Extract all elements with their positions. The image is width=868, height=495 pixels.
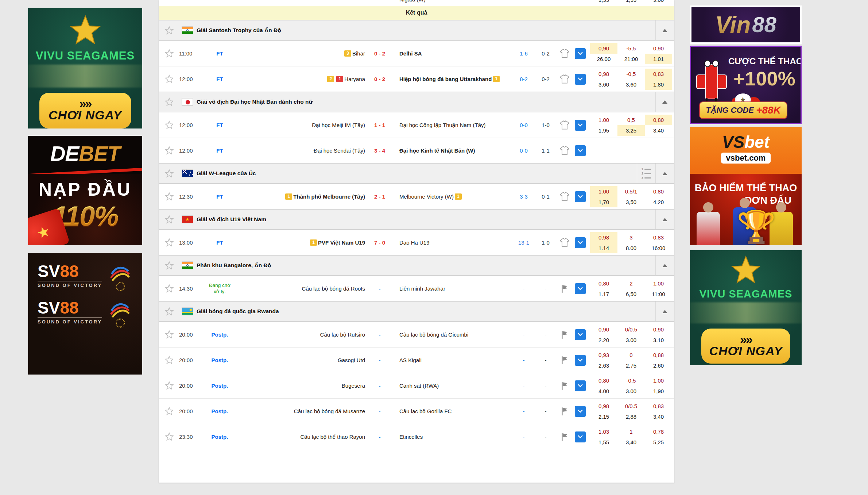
home-team[interactable]: Bugesera <box>234 382 365 390</box>
away-team[interactable]: Câu lạc bộ Gorilla FC <box>394 408 513 415</box>
favorite-star-button[interactable] <box>159 120 179 130</box>
odds-cell[interactable]: 3.00 <box>617 386 645 396</box>
odds-cell[interactable]: 0/0.5 <box>617 401 645 411</box>
jersey-icon[interactable] <box>557 192 572 202</box>
favorite-star-button[interactable] <box>159 261 179 270</box>
odds-dropdown-button[interactable] <box>575 120 586 131</box>
odds-dropdown-button[interactable] <box>575 48 586 59</box>
odds-cell[interactable]: 0,90 <box>645 43 672 54</box>
odds-cell[interactable]: 1.14 <box>590 243 617 253</box>
home-team[interactable]: 1Thành phố Melbourne (Tây) <box>234 193 365 200</box>
away-team[interactable]: Đại học Công lập Thuận Nam (Tây) <box>394 122 513 129</box>
away-team[interactable]: Delhi SA <box>394 50 513 57</box>
away-team[interactable]: Liên minh Jawahar <box>394 285 513 292</box>
match-row[interactable]: 20:00Postp.Câu lạc bộ bóng đá Musanze-Câ… <box>159 398 674 424</box>
odds-cell[interactable]: 0 <box>617 350 645 360</box>
odds-cell[interactable]: 3.00 <box>617 335 645 345</box>
ad-banner-vivu-seagames[interactable]: VIVU SEAGAMES »» CHƠI NGAY <box>690 250 802 365</box>
odds-cell[interactable]: -5,5 <box>617 43 645 54</box>
favorite-star-button[interactable] <box>159 49 179 58</box>
odds-cell[interactable]: 3,40 <box>645 411 672 422</box>
odds-cell[interactable]: 1.00 <box>590 115 617 125</box>
odds-cell[interactable]: 0,98 <box>590 401 617 411</box>
odds-cell[interactable]: 6,50 <box>617 289 645 299</box>
favorite-star-button[interactable] <box>159 97 179 107</box>
odds-cell[interactable]: 11:00 <box>645 289 672 299</box>
league-header[interactable]: Giải W-League của Úc123 <box>159 163 674 184</box>
odds-cell[interactable]: 8.00 <box>617 243 645 253</box>
flag-icon[interactable] <box>557 432 572 442</box>
odds-cell[interactable]: 3,60 <box>590 79 617 90</box>
odds-cell[interactable]: 1,90 <box>645 386 672 396</box>
odds-cell[interactable]: 3,40 <box>645 125 672 136</box>
play-now-button[interactable]: »» CHƠI NGAY <box>701 329 790 364</box>
odds-cell[interactable]: 3 <box>617 232 645 243</box>
ht-score-link[interactable]: - <box>513 408 535 414</box>
odds-cell[interactable]: 1.00 <box>645 375 672 386</box>
favorite-star-button[interactable] <box>159 26 179 35</box>
match-row[interactable]: 14:30Đang chờ xử lý.Câu lạc bộ bóng đá R… <box>159 276 674 301</box>
away-team[interactable]: Melbourne Victory (W)1 <box>394 193 513 200</box>
favorite-star-button[interactable] <box>159 74 179 84</box>
match-row[interactable]: 13:00FT1PVF Việt Nam U197 - 0Dao Ha U191… <box>159 230 674 255</box>
odds-cell[interactable]: 1.00 <box>645 278 672 289</box>
odds-cell[interactable]: 0,88 <box>645 350 672 360</box>
flag-icon[interactable] <box>557 381 572 391</box>
ht-score-link[interactable]: 13-1 <box>513 239 535 246</box>
odds-cell[interactable]: 3,60 <box>617 79 645 90</box>
odds-cell[interactable]: 3,50 <box>617 197 645 207</box>
away-team[interactable]: Hiệp hội bóng đá bang Uttarakhand1 <box>394 76 513 83</box>
odds-cell[interactable]: 4.20 <box>645 197 672 207</box>
match-row[interactable]: 20:00Postp.Bugesera-Cảnh sát (RWA)--0,80… <box>159 373 674 398</box>
match-row[interactable]: 23:30Postp.Câu lạc bộ thể thao Rayon-Eti… <box>159 424 674 449</box>
away-team[interactable]: Dao Ha U19 <box>394 239 513 246</box>
odds-cell[interactable]: 0,83 <box>645 232 672 243</box>
home-team[interactable]: Câu lạc bộ thể thao Rayon <box>234 433 365 441</box>
odds-cell[interactable]: 2,88 <box>617 411 645 422</box>
away-team[interactable]: Cảnh sát (RWA) <box>394 382 513 390</box>
odds-cell[interactable]: 4.00 <box>590 386 617 396</box>
ht-score-link[interactable]: - <box>513 285 535 292</box>
jersey-icon[interactable] <box>557 120 572 130</box>
flag-icon[interactable] <box>557 407 572 416</box>
odds-cell[interactable]: 1,55 <box>590 437 617 448</box>
odds-dropdown-button[interactable] <box>575 355 586 366</box>
odds-cell[interactable]: 1,95 <box>590 125 617 136</box>
flag-icon[interactable] <box>557 284 572 293</box>
odds-cell[interactable]: 9.00 <box>645 0 672 5</box>
odds-cell[interactable]: 2.15 <box>590 411 617 422</box>
odds-cell[interactable]: 26.00 <box>590 54 617 64</box>
odds-cell[interactable]: 1,80 <box>645 79 672 90</box>
ht-score-link[interactable]: 1-6 <box>513 50 535 57</box>
collapse-section-button[interactable] <box>655 92 674 112</box>
collapse-section-button[interactable] <box>655 256 674 275</box>
odds-dropdown-button[interactable] <box>575 74 586 85</box>
home-team[interactable]: Đại học Meiji IM (Tây) <box>234 122 365 129</box>
odds-cell[interactable]: 1.01 <box>645 54 672 64</box>
odds-cell[interactable]: 0,80 <box>590 278 617 289</box>
league-header[interactable]: Giải Santosh Trophy của Ấn Độ <box>159 20 674 41</box>
league-header[interactable]: Giải bóng đá quốc gia Rwanda <box>159 301 674 322</box>
home-team[interactable]: 21Haryana <box>234 76 365 83</box>
odds-cell[interactable]: 3.10 <box>645 335 672 345</box>
favorite-star-button[interactable] <box>159 307 179 316</box>
home-team[interactable]: Gasogi Utd <box>234 357 365 364</box>
odds-cell[interactable]: 1.00 <box>590 186 617 197</box>
favorite-star-button[interactable] <box>159 432 179 441</box>
jersey-icon[interactable] <box>557 74 572 84</box>
ad-banner-sv88[interactable]: SV88 SOUND OF VICTORY SV88 SOUND OF VICT… <box>28 253 142 375</box>
play-now-button[interactable]: »» CHƠI NGAY <box>39 93 131 128</box>
odds-cell[interactable]: 0,5 <box>617 115 645 125</box>
odds-cell[interactable]: 0,90 <box>645 324 672 335</box>
odds-cell[interactable]: 0,90 <box>590 43 617 54</box>
away-team[interactable]: AS Kigali <box>394 357 513 364</box>
odds-cell[interactable]: 2 <box>617 278 645 289</box>
flag-icon[interactable] <box>557 330 572 339</box>
ad-banner-vsbet[interactable]: VSbet vsbet.com BẢO HIỂM THỂ THAO ĐƠN ĐẤ… <box>690 127 802 245</box>
home-team[interactable]: Câu lạc bộ bóng đá Musanze <box>234 408 365 415</box>
odds-dropdown-button[interactable] <box>575 431 586 442</box>
odds-cell[interactable]: 0,98 <box>590 69 617 79</box>
odds-dropdown-button[interactable] <box>575 380 586 391</box>
odds-cell[interactable]: 1.17 <box>590 289 617 299</box>
odds-dropdown-button[interactable] <box>575 406 586 417</box>
